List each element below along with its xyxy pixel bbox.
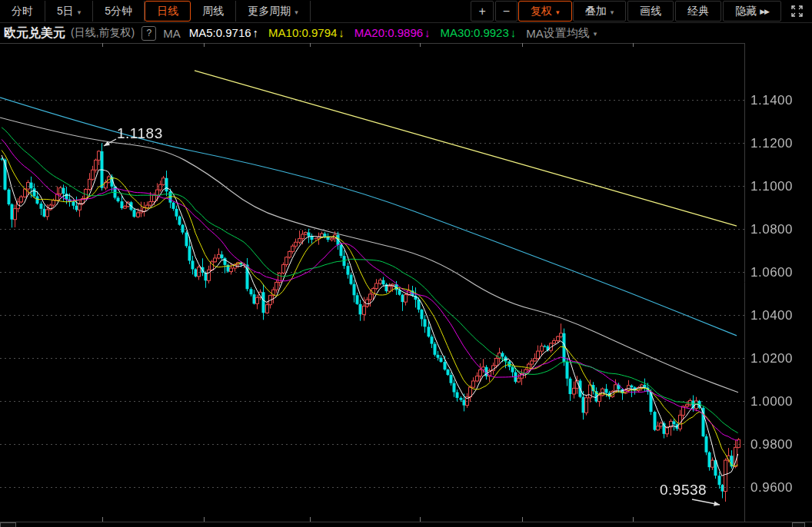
draw-line-button[interactable]: 画线 (627, 1, 674, 22)
ma-settings-dropdown[interactable]: 设置均线 ▾ (544, 26, 597, 41)
caret-down-icon: ▾ (556, 8, 560, 16)
ma-value: MA10:0.9794↓ (268, 26, 344, 39)
y-axis-label: 1.0400 (750, 308, 809, 323)
tab-label: 周线 (202, 5, 224, 18)
y-axis-label: 0.9600 (750, 480, 809, 496)
symbol-name: 欧元兑美元 (4, 25, 65, 41)
overlay-dropdown[interactable]: 叠加▾ (573, 1, 627, 22)
y-axis-label: 1.1200 (750, 136, 809, 151)
caret-down-icon: ▾ (295, 8, 298, 16)
tab-minute-chart[interactable]: 分时 (0, 1, 45, 22)
zoom-in-button[interactable]: + (471, 1, 493, 22)
tab-5day[interactable]: 5日▾ (45, 1, 93, 22)
button-label: 画线 (640, 5, 661, 18)
y-axis-label: 0.9800 (750, 437, 809, 452)
zoom-out-button[interactable]: − (495, 1, 517, 22)
hide-panel-button[interactable]: 隐藏▶▶ (723, 1, 781, 22)
tab-label: 分时 (12, 5, 33, 18)
tab-daily-active[interactable]: 日线 (145, 1, 191, 22)
ma-settings-label: 设置均线 (544, 26, 590, 41)
ma-value: MA30:0.9923↓ (441, 26, 517, 39)
adjust-dropdown[interactable]: 复权▾ (518, 1, 572, 22)
arrow-down-icon: ↓ (424, 26, 431, 39)
period-button-group: 分时 5日▾ 5分钟 日线 周线 更多周期▾ (0, 0, 311, 22)
button-label: 隐藏 (735, 5, 757, 18)
button-label: + (478, 5, 485, 18)
legend-bar: 欧元兑美元 (日线,前复权) ? MA MA5:0.9716↑MA10:0.97… (0, 23, 812, 43)
annotation-label: 0.9538 (660, 482, 707, 499)
y-axis-label: 1.0000 (750, 394, 809, 409)
tab-label: 5分钟 (105, 5, 132, 18)
y-axis-label: 1.0800 (750, 222, 809, 237)
ma-indicator-label: MA (163, 27, 181, 40)
scrollbar-left-handle[interactable] (0, 522, 16, 527)
button-label: 叠加 (585, 5, 607, 18)
annotation-label: 1.1183 (117, 125, 163, 142)
symbol-period: (日线,前复权) (71, 26, 135, 40)
tab-label: 5日 (57, 5, 74, 18)
ma-value: MA5:0.9716↑ (189, 26, 258, 39)
tab-5min[interactable]: 5分钟 (93, 1, 145, 22)
caret-down-icon: ▾ (78, 8, 82, 16)
tab-weekly[interactable]: 周线 (191, 1, 236, 22)
ma-value: MA20:0.9896↓ (354, 26, 431, 39)
y-axis-label: 1.0200 (750, 351, 809, 366)
button-label: 复权 (531, 5, 552, 18)
help-icon[interactable]: ? (141, 26, 156, 41)
fullscreen-button[interactable] (783, 1, 811, 22)
button-label: 经典 (687, 5, 709, 18)
caret-down-icon: ▾ (594, 30, 597, 38)
trading-chart-app: 分时 5日▾ 5分钟 日线 周线 更多周期▾ + − 复权▾ 叠加▾ 画线 经典… (0, 0, 812, 527)
tab-label: 日线 (157, 5, 178, 18)
tab-label: 更多周期 (248, 5, 291, 18)
button-label: − (503, 5, 510, 18)
arrow-down-icon: ↓ (511, 26, 517, 39)
tab-more-periods[interactable]: 更多周期▾ (236, 1, 311, 22)
double-chevron-right-icon: ▶▶ (760, 8, 769, 15)
ma-values-group: MA5:0.9716↑MA10:0.9794↓MA20:0.9896↓MA30:… (189, 26, 527, 40)
expand-arrows-icon (790, 5, 804, 18)
scrollbar-right-handle[interactable] (792, 522, 805, 527)
toolbar: 分时 5日▾ 5分钟 日线 周线 更多周期▾ + − 复权▾ 叠加▾ 画线 经典… (0, 0, 812, 23)
arrow-down-icon: ↓ (338, 26, 344, 39)
arrow-up-icon: ↑ (253, 26, 259, 39)
candlestick-chart[interactable] (0, 0, 812, 527)
classic-style-button[interactable]: 经典 (675, 1, 721, 22)
tool-button-group: + − 复权▾ 叠加▾ 画线 经典 隐藏▶▶ (470, 0, 812, 22)
caret-down-icon: ▾ (611, 8, 614, 16)
y-axis-label: 1.0600 (750, 265, 809, 280)
ma-suffix-label: MA (526, 27, 544, 40)
y-axis-label: 1.1000 (750, 179, 809, 194)
y-axis-label: 1.1400 (750, 93, 809, 108)
